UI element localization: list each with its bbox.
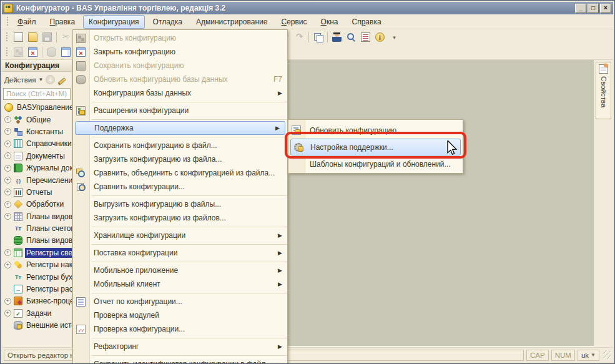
status-indicators: CAPNUM [526,350,575,361]
menubar-item-1[interactable]: Правка [44,15,81,29]
config-window-button[interactable] [59,46,73,59]
config-menu-item-18[interactable]: Хранилище конфигурации▶ [73,229,287,242]
actions-button[interactable]: Действия [4,76,36,84]
expand-icon[interactable]: + [4,249,11,256]
config-menu-item-25[interactable]: Отчет по конфигурации... [73,295,287,308]
tree-item-18[interactable]: Внешние источники данных [2,320,72,332]
close-button[interactable]: × [600,4,611,13]
menubar-grip[interactable] [6,17,10,27]
tree-item-8[interactable]: +Обработки [2,199,72,210]
accounting-registers-icon [14,273,22,282]
config-menu-item-27[interactable]: Проверка конфигурации... [73,322,287,336]
expand-icon[interactable]: + [4,189,11,195]
config-menu-item-16[interactable]: Загрузить конфигурацию из файлов... [73,211,287,225]
menubar-item-5[interactable]: Сервис [275,15,312,29]
save-button [40,31,54,44]
config-menu-item-12[interactable]: Сравнить, объединить с конфигурацией из … [73,166,287,180]
tree-item-13[interactable]: +Регистры накопления [2,259,72,271]
properties-tab[interactable]: Свойства [596,62,611,119]
menu-item-label: Закрыть конфигурацию [94,47,175,56]
tree-item-16[interactable]: +Бизнес-процессы [2,295,72,307]
minimize-button[interactable]: _ [575,4,586,13]
update-db-config-icon [76,75,86,84]
expand-icon[interactable]: + [4,213,11,220]
config-menu-item-13[interactable]: Сравнить конфигурации... [73,180,287,194]
language-selector[interactable]: uk ▼ [578,350,599,361]
menubar-item-4[interactable]: Администрирование [190,15,273,29]
toolbar-options-button[interactable] [387,31,401,44]
menu-item-label: Проверка конфигурации... [94,325,185,333]
tree-item-14[interactable]: Регистры бухгалтерии [2,271,72,283]
config-menu-item-20[interactable]: Поставка конфигурации▶ [73,246,287,260]
expand-icon[interactable]: + [4,152,11,159]
tree-item-11[interactable]: Планы видов расчета [2,235,72,247]
business-processes-icon [14,297,22,305]
info-button[interactable] [373,31,387,44]
expand-icon[interactable]: + [4,310,11,317]
expand-icon[interactable]: + [4,298,11,305]
tree-item-17[interactable]: +Задачи [2,307,72,319]
status-indicator-cap: CAP [526,350,549,361]
expand-icon[interactable]: + [4,177,11,184]
expand-icon[interactable]: + [4,165,11,172]
external-sources-icon [14,321,22,330]
menubar-item-2[interactable]: Конфигурация [83,15,145,29]
config-menu-item-4[interactable]: Конфигурация базы данных▶ [73,86,287,100]
tree-item-12[interactable]: +Регистры сведений [2,247,72,258]
config-menu-item-1[interactable]: Закрыть конфигурацию [73,45,287,59]
tree-item-label: Общие [25,115,52,125]
menubar-item-6[interactable]: Окна [315,15,344,29]
tree-item-label: Регистры бухгалтерии [25,272,72,282]
expand-icon[interactable]: + [4,140,11,147]
config-menu-item-23[interactable]: Мобильный клиент▶ [73,277,287,291]
tree-item-10[interactable]: Планы счетов [2,222,72,234]
close-config-window-button[interactable] [26,46,40,59]
tree-item-label: BASУправление [16,102,72,112]
tree-item-2[interactable]: +Константы [2,125,72,137]
tree-item-9[interactable]: +Планы видов характеристик [2,210,72,222]
calculation-types-icon [14,236,22,245]
config-menu-item-26[interactable]: Проверка модулей [73,308,287,322]
expand-icon[interactable]: + [4,262,11,268]
open-folder-button[interactable] [26,31,40,44]
config-menu-item-31[interactable]: Сохранить идентификатор конфигурации в ф… [73,357,287,364]
edit-pencil-icon[interactable] [57,77,66,86]
tree-item-6[interactable]: +Перечисления [2,174,72,186]
tree-item-1[interactable]: +Общие [2,114,72,125]
search-input[interactable] [3,88,71,100]
maximize-button[interactable]: □ [588,4,599,13]
config-menu-item-22[interactable]: Мобильное приложение▶ [73,263,287,277]
tree-item-label: Константы [25,127,64,137]
config-menu-item-11[interactable]: Загрузить конфигурацию из файла... [73,152,287,166]
toolbar-separator [42,47,42,57]
config-menu-item-15[interactable]: Выгрузить конфигурацию в файлы... [73,197,287,211]
tree-item-7[interactable]: +Отчеты [2,186,72,198]
tree-item-5[interactable]: +Журналы документов [2,162,72,174]
expand-icon[interactable]: + [4,201,11,208]
toolbar1-grip[interactable] [5,32,9,42]
config-menu-item-29[interactable]: Рефакторинг▶ [73,340,287,353]
submenu-arrow-icon: ▶ [278,250,282,256]
resize-grip[interactable] [603,351,611,359]
tree-item-3[interactable]: +Справочники [2,138,72,150]
tree-item-0[interactable]: BASУправление [2,102,72,114]
copy-button[interactable] [311,31,325,44]
tree-item-label: Планы видов расчета [25,235,72,245]
menubar-item-7[interactable]: Справка [346,15,386,29]
expand-icon[interactable]: + [4,116,11,123]
syntax-check-button[interactable] [358,31,373,44]
tree-item-15[interactable]: Регистры расчета [2,283,72,295]
expand-icon[interactable]: + [4,128,11,135]
menubar-item-3[interactable]: Отладка [147,15,188,29]
config-menu-item-6[interactable]: Расширения конфигурации [73,104,287,117]
tree-item-4[interactable]: +Документы [2,150,72,162]
add-icon[interactable] [46,75,55,84]
new-doc-button[interactable] [11,31,26,44]
menubar-item-0[interactable]: Файл [12,15,42,29]
config-menu-item-8[interactable]: Поддержка▶ [75,121,285,135]
toolbar2-grip[interactable] [5,47,9,57]
wizard-button[interactable] [330,31,344,44]
search-help-button[interactable] [344,31,358,44]
tree-item-label: Перечисления [25,175,72,185]
config-menu-item-10[interactable]: Сохранить конфигурацию в файл... [73,139,287,152]
